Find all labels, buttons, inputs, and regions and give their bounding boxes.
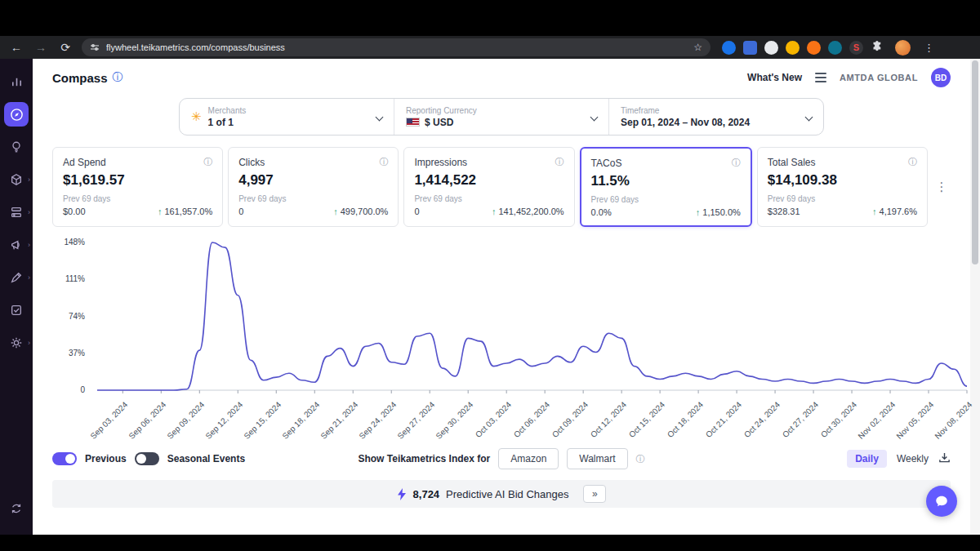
site-settings-icon[interactable] [90,42,100,52]
info-icon[interactable]: ⓘ [908,156,917,168]
sidebar-nav: › › › › › [0,59,33,535]
sidebar-item-settings[interactable]: › [0,327,33,359]
chevron-right-icon: › [28,241,30,249]
chart-plot-area[interactable] [97,238,967,395]
extension-icon-teal[interactable] [828,41,842,55]
screen: ← → ⟳ flywheel.teikametrics.com/compass/… [0,0,980,551]
y-tick-label: 37% [69,349,85,358]
x-tick-label: Oct 03, 2024 [474,400,513,439]
sidebar-item-inventory[interactable]: › [0,163,33,196]
tacos-series-line [97,242,967,390]
banner-expand-button[interactable]: » [583,485,606,503]
checklist-icon [10,304,23,317]
tacos-line-chart[interactable]: 037%74%111%148% Sep 03, 2024Sep 06, 2024… [52,238,967,444]
chevron-right-icon: › [28,208,30,216]
extension-icon-arc[interactable] [722,41,736,55]
forward-icon[interactable]: → [33,41,49,54]
currency-label: Reporting Currency [406,106,585,115]
browser-toolbar: ← → ⟳ flywheel.teikametrics.com/compass/… [0,36,980,59]
x-tick-label: Sep 21, 2024 [318,400,359,441]
puzzle-extensions-icon[interactable] [871,40,882,55]
metric-value: $14,109.38 [768,172,917,189]
sidebar-item-advertising[interactable]: › [0,229,33,261]
sidebar-item-performance[interactable] [0,65,33,98]
walmart-index-button[interactable]: Walmart [567,448,627,469]
user-avatar[interactable]: BD [931,68,951,87]
up-arrow-icon: ↑ [158,207,163,216]
url-text[interactable]: flywheel.teikametrics.com/compass/busine… [106,42,687,52]
sidebar-item-content[interactable]: › [0,261,33,294]
bookmark-star-icon[interactable]: ☆ [693,42,702,53]
metric-change: 141,452,200.0% [498,207,564,216]
weekly-granularity-button[interactable]: Weekly [897,453,929,464]
cards-overflow-menu-icon[interactable]: ⋮ [933,147,951,227]
chevron-down-icon [805,113,813,121]
metric-prev-label: Prev 69 days [238,194,388,203]
info-icon[interactable]: ⓘ [203,156,212,168]
seasonal-events-toggle[interactable] [135,452,159,465]
chat-widget-button[interactable] [926,486,957,517]
info-icon[interactable]: ⓘ [636,453,645,465]
daily-granularity-button[interactable]: Daily [847,450,887,468]
metric-prev-value: 0 [238,207,243,216]
metric-change: 161,957.0% [164,207,212,216]
x-tick-label: Oct 30, 2024 [819,400,858,439]
metric-value: 4,997 [238,172,388,189]
up-arrow-icon: ↑ [872,207,877,216]
bid-changes-count: 8,724 [413,488,440,500]
megaphone-icon [10,238,23,251]
timeframe-dropdown[interactable]: Timeframe Sep 01, 2024 – Nov 08, 2024 [608,99,823,135]
info-icon[interactable]: ⓘ [555,156,564,168]
extension-icon-orange[interactable] [807,41,821,55]
seasonal-events-label: Seasonal Events [167,453,245,464]
metric-card-clicks[interactable]: Clicksⓘ 4,997 Prev 69 days 0↑ 499,700.0% [228,147,399,227]
metric-prev-value: $328.31 [768,207,800,216]
metric-cards: Ad Spendⓘ $1,619.57 Prev 69 days $0.00↑ … [52,147,951,227]
metric-card-impressions[interactable]: Impressionsⓘ 1,414,522 Prev 69 days 0↑ 1… [403,147,574,227]
info-icon[interactable]: ⓘ [379,156,388,168]
scrollbar-thumb[interactable] [972,60,978,264]
info-icon[interactable]: ⓘ [732,157,741,169]
sidebar-item-insights[interactable] [0,131,33,163]
back-icon[interactable]: ← [8,41,24,54]
metric-card-total-sales[interactable]: Total Salesⓘ $14,109.38 Prev 69 days $32… [757,147,928,227]
browser-menu-icon[interactable]: ⋮ [924,42,934,54]
previous-toggle[interactable] [52,452,77,465]
x-axis-labels: Sep 03, 2024Sep 06, 2024Sep 09, 2024Sep … [52,400,967,444]
info-icon[interactable]: ⓘ [113,70,123,85]
sidebar-item-tasks[interactable] [0,294,33,327]
metric-value: $1,619.57 [63,172,212,189]
bid-changes-label: Predictive AI Bid Changes [446,488,568,500]
merchants-dropdown[interactable]: ✳ Merchants 1 of 1 [180,99,394,135]
url-bar[interactable]: flywheel.teikametrics.com/compass/busine… [82,38,710,56]
x-tick-label: Sep 06, 2024 [127,400,167,441]
metric-card-tacos[interactable]: TACoSⓘ 11.5% Prev 69 days 0.0%↑ 1,150.0% [580,147,752,227]
metric-value: 1,414,522 [414,172,564,189]
page-header: Compass ⓘ What's New AMTDA GLOBAL BD [33,59,970,96]
x-tick-label: Oct 27, 2024 [781,400,820,439]
sidebar-item-data[interactable]: › [0,196,33,229]
metric-label: Ad Spend [63,157,106,168]
sidebar-item-compass[interactable] [0,98,33,131]
extension-icon-blue-square[interactable] [743,41,757,55]
amazon-index-button[interactable]: Amazon [498,448,559,469]
extension-icon-s[interactable]: S [849,41,863,55]
metric-prev-label: Prev 69 days [591,195,741,204]
bar-chart-icon [10,75,24,89]
metric-prev-label: Prev 69 days [414,194,564,203]
extension-icon-white[interactable] [764,41,778,55]
browser-profile-avatar[interactable] [895,40,911,56]
filter-bar: ✳ Merchants 1 of 1 Reporting Currency $ … [33,98,970,136]
whats-new-link[interactable]: What's New [747,72,802,83]
gear-icon [10,336,23,349]
layers-icon [10,206,23,219]
cube-icon [10,173,23,186]
currency-dropdown[interactable]: Reporting Currency $ USD [394,99,608,135]
download-icon[interactable] [938,451,951,467]
reload-icon[interactable]: ⟳ [57,41,74,54]
sidebar-item-sync[interactable] [0,492,33,525]
extension-icon-yellow-flower[interactable] [786,41,800,55]
metric-card-ad-spend[interactable]: Ad Spendⓘ $1,619.57 Prev 69 days $0.00↑ … [52,147,223,227]
org-menu-icon[interactable] [815,73,826,82]
x-tick-label: Sep 03, 2024 [88,400,129,441]
